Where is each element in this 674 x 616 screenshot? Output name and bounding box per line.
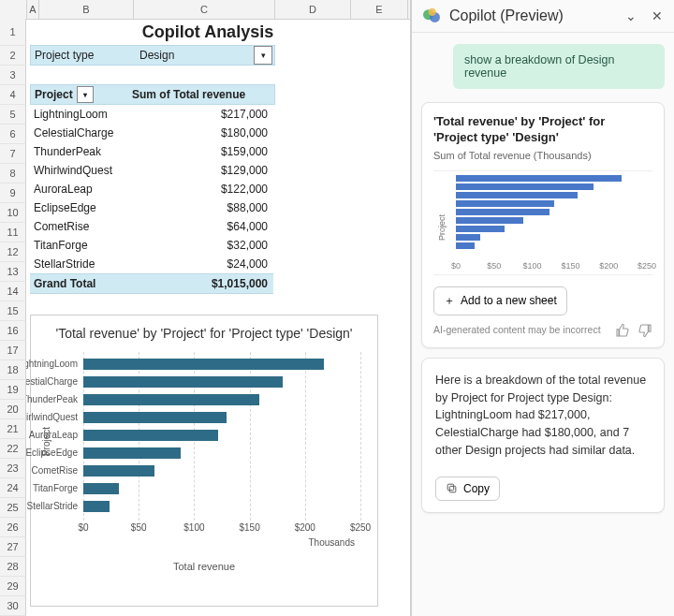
x-tick: $200 xyxy=(295,522,315,533)
col-header[interactable]: A xyxy=(27,0,39,19)
close-icon[interactable]: ✕ xyxy=(648,7,667,25)
mini-bar xyxy=(456,226,505,232)
copilot-title: Copilot (Preview) xyxy=(449,7,614,24)
row-header[interactable]: 11 xyxy=(0,223,26,242)
row-header[interactable]: 24 xyxy=(0,478,26,498)
mini-bar xyxy=(456,175,622,182)
row-header[interactable]: 27 xyxy=(0,537,26,557)
x-tick: $100 xyxy=(183,522,204,533)
table-row[interactable]: CometRise$64,000 xyxy=(30,217,273,236)
x-tick: $250 xyxy=(350,522,371,533)
bar xyxy=(83,501,110,512)
bar-label: EclipseEdge xyxy=(26,447,83,458)
plus-icon: ＋ xyxy=(444,293,455,309)
table-row[interactable]: CelestialCharge$180,000 xyxy=(30,124,273,142)
chart-x-label: Total revenue xyxy=(31,561,377,572)
mini-bar xyxy=(456,192,578,198)
col-header[interactable]: C xyxy=(134,0,275,19)
table-row[interactable]: LightningLoom$217,000 xyxy=(30,105,273,124)
bar-label: TitanForge xyxy=(33,483,83,493)
mini-bar xyxy=(456,234,480,241)
row-header[interactable]: 29 xyxy=(0,577,26,596)
mini-x-tick: $50 xyxy=(487,261,501,271)
row-header[interactable]: 12 xyxy=(0,242,26,262)
row-header[interactable]: 5 xyxy=(0,105,26,125)
mini-bar xyxy=(456,200,554,207)
row-header[interactable]: 9 xyxy=(0,183,26,203)
bar-label: LightningLoom xyxy=(26,359,83,369)
bar xyxy=(83,447,181,459)
row-header[interactable]: 4 xyxy=(0,85,26,105)
pivot-col1-label: Project xyxy=(35,88,73,101)
thumbs-up-icon[interactable] xyxy=(615,323,630,338)
col-header[interactable]: D xyxy=(275,0,351,19)
row-header[interactable]: 16 xyxy=(0,321,26,341)
row-header[interactable]: 7 xyxy=(0,144,26,164)
bar xyxy=(83,394,259,405)
col-header[interactable]: E xyxy=(351,0,408,19)
filter-label: Project type xyxy=(31,49,138,62)
row-header[interactable]: 8 xyxy=(0,164,26,183)
row-header[interactable]: 19 xyxy=(0,380,26,400)
svg-rect-4 xyxy=(447,484,454,491)
table-row[interactable]: EclipseEdge$88,000 xyxy=(30,198,273,217)
copy-button[interactable]: Copy xyxy=(435,477,500,501)
bar xyxy=(83,483,119,494)
row-header[interactable]: 14 xyxy=(0,282,26,301)
add-to-sheet-button[interactable]: ＋ Add to a new sheet xyxy=(433,286,567,315)
copilot-chart-card: 'Total revenue' by 'Project' for 'Projec… xyxy=(421,102,665,348)
table-row[interactable]: ThunderPeak$159,000 xyxy=(30,142,273,161)
bar xyxy=(83,359,324,370)
copilot-header: Copilot (Preview) ⌄ ✕ xyxy=(412,0,674,33)
row-header[interactable]: 30 xyxy=(0,596,26,616)
row-header[interactable]: 2 xyxy=(0,46,26,66)
user-message: show a breakdown of Design revenue xyxy=(453,44,665,89)
mini-chart: Project $0$50$100$150$200$250 xyxy=(433,170,652,275)
table-row[interactable]: WhirlwindQuest$129,000 xyxy=(30,161,273,180)
pivot-col2-label: Sum of Total revenue xyxy=(128,88,274,101)
ai-disclaimer: AI-generated content may be incorrect xyxy=(433,324,608,337)
mini-chart-y-label: Project xyxy=(437,214,447,241)
copilot-logo-icon xyxy=(421,6,442,26)
row-header[interactable]: 28 xyxy=(0,557,26,577)
bar-label: CometRise xyxy=(32,465,83,476)
thumbs-down-icon[interactable] xyxy=(637,323,652,338)
table-row[interactable]: TitanForge$32,000 xyxy=(30,236,273,255)
filter-dropdown-icon[interactable]: ▾ xyxy=(254,46,272,65)
row-header[interactable]: 25 xyxy=(0,498,26,518)
chevron-down-icon[interactable]: ⌄ xyxy=(622,7,640,25)
row-header[interactable]: 13 xyxy=(0,262,26,282)
mini-x-tick: $100 xyxy=(523,261,542,271)
table-row[interactable]: StellarStride$24,000 xyxy=(30,255,273,273)
x-tick: $150 xyxy=(239,522,259,533)
chart-title: 'Total revenue' by 'Project' for 'Projec… xyxy=(31,315,377,346)
row-header[interactable]: 22 xyxy=(0,439,26,459)
copilot-summary-card: Here is a breakdown of the total revenue… xyxy=(421,358,665,513)
row-header[interactable]: 21 xyxy=(0,419,26,439)
pivot-sort-dropdown-icon[interactable]: ▾ xyxy=(77,86,94,103)
row-header[interactable]: 23 xyxy=(0,459,26,478)
embedded-chart[interactable]: 'Total revenue' by 'Project' for 'Projec… xyxy=(30,315,378,607)
bar-label: ThunderPeak xyxy=(26,394,83,404)
mini-bar xyxy=(456,209,549,215)
col-header[interactable]: B xyxy=(39,0,134,19)
row-header[interactable]: 1 xyxy=(0,19,26,46)
card-title: 'Total revenue' by 'Project' for 'Projec… xyxy=(433,114,652,146)
table-row[interactable]: AuroraLeap$122,000 xyxy=(30,180,273,198)
spreadsheet-area: A B C D E 123456789101112131415161718192… xyxy=(0,0,411,616)
row-header[interactable]: 17 xyxy=(0,341,26,360)
row-header[interactable]: 6 xyxy=(0,125,26,144)
row-header[interactable]: 26 xyxy=(0,518,26,537)
sheet-title: Copilot Analysis xyxy=(30,19,386,45)
row-header[interactable]: 18 xyxy=(0,360,26,380)
grid[interactable]: Copilot Analysis Project type Design ▾ P… xyxy=(26,19,410,616)
row-headers: 1234567891011121314151617181920212223242… xyxy=(0,19,26,616)
bar xyxy=(83,465,154,477)
bar xyxy=(83,430,218,441)
row-header[interactable]: 10 xyxy=(0,203,26,223)
bar xyxy=(83,376,283,388)
row-header[interactable]: 20 xyxy=(0,400,26,419)
mini-bar xyxy=(456,217,523,224)
row-header[interactable]: 15 xyxy=(0,301,26,321)
row-header[interactable]: 3 xyxy=(0,66,26,85)
